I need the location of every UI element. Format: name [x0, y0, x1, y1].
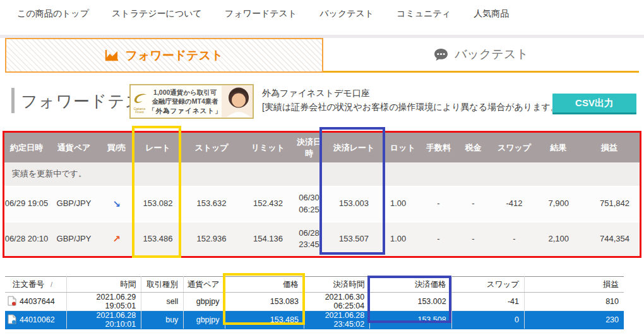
cell-swap: 0 — [451, 311, 524, 329]
cell-lot: 1.00 — [385, 222, 421, 256]
gold-swoosh-icon — [131, 91, 148, 105]
nav-item-popular[interactable]: 人気商品 — [474, 8, 509, 20]
tab-forward-test[interactable]: フォワードテスト — [5, 38, 323, 73]
col-header-time[interactable]: 時間 — [66, 277, 141, 293]
cell-open-datetime: 06/29 19:05 — [4, 186, 49, 222]
updating-notice: 実績を更新中です。 — [4, 162, 640, 186]
col-header-price[interactable]: 価格 — [225, 277, 304, 293]
col-header-pair: 通貨ペア — [49, 133, 99, 162]
cell-order-no: 44037644 — [20, 297, 55, 306]
col-header-close-price[interactable]: 決済価格 — [370, 277, 451, 293]
broker-ad-banner[interactable]: Gaitame Finest 1,000通貨から取引可 金融庁登録のMT4業者 … — [129, 84, 254, 119]
banner-model-photo — [222, 85, 254, 118]
cell-close-time: 2021.06.28 23:45:02 — [304, 311, 369, 329]
cell-time: 2021.06.28 20:10:01 — [66, 311, 141, 329]
cell-fee: - — [421, 222, 456, 256]
csv-export-button[interactable]: CSV出力 — [552, 94, 636, 114]
col-header-close-datetime: 決済日時 — [295, 133, 323, 162]
order-row-selected[interactable]: 44010062 2021.06.28 20:10:01 buy gbpjpy … — [5, 311, 624, 329]
col-header-open-datetime: 約定日時 — [4, 133, 49, 162]
account-description: 外為ファイネストデモ口座 [実績は証券会社の状況やお客様の操作環境により異なる場… — [262, 87, 562, 114]
nav-item-forward-test[interactable]: フォワードテスト — [225, 8, 297, 20]
cell-stop: 152.936 — [182, 222, 241, 256]
cell-close-price: 153.508 — [370, 311, 451, 329]
cell-trade-type: sell — [141, 293, 184, 311]
arrow-down-right-icon: ↘ — [112, 198, 121, 209]
col-header-close-rate: 決済レート — [323, 133, 385, 162]
banner-line-1: 1,000通貨から取引可 — [153, 88, 217, 96]
cell-close-datetime: 06/30 06:25 — [295, 186, 323, 222]
cell-stop: 153.632 — [182, 186, 241, 222]
col-header-rate: レート — [134, 133, 182, 162]
main-table-header-row: 約定日時 通貨ペア 買/売 レート ストップ リミット 決済日時 決済レート ロ… — [4, 133, 640, 162]
document-red-badge-icon — [8, 296, 16, 308]
nav-item-community[interactable]: コミュニティ — [397, 8, 451, 20]
forward-test-table: 約定日時 通貨ペア 買/売 レート ストップ リミット 決済日時 決済レート ロ… — [3, 131, 641, 258]
col-header-swap: スワップ — [491, 133, 538, 162]
cell-swap: - — [491, 222, 538, 256]
arrow-up-right-icon: ↗ — [112, 233, 121, 244]
cell-trade-type: buy — [141, 311, 184, 329]
cell-limit: 154.136 — [241, 222, 295, 256]
col-header-close-time[interactable]: 決済時間 — [304, 277, 369, 293]
tab-back-test[interactable]: バックテスト — [323, 38, 639, 73]
col-header-swap[interactable]: スワップ — [451, 277, 524, 293]
cell-profit: 751,842 — [579, 186, 640, 222]
cell-close-rate: 153.507 — [323, 222, 385, 256]
tab-forward-label: フォワードテスト — [125, 47, 223, 64]
document-blue-badge-icon — [8, 314, 16, 326]
nav-item-strategy[interactable]: ストラテジーについて — [112, 8, 202, 20]
cell-lot: 1.00 — [385, 186, 421, 222]
nav-item-back-test[interactable]: バックテスト — [319, 8, 374, 20]
table-row: 06/28 20:10 GBP/JPY ↗ 153.486 152.936 15… — [4, 222, 640, 256]
updating-notice-row: 実績を更新中です。 — [4, 162, 640, 186]
cell-tax: - — [456, 222, 491, 256]
cell-profit: 230 — [524, 311, 624, 329]
banner-text: 1,000通貨から取引可 金融庁登録のMT4業者 「外為ファイネスト」 — [148, 88, 222, 115]
col-header-tax: 税金 — [456, 133, 491, 162]
table-row: 06/29 19:05 GBP/JPY ↘ 153.082 153.632 15… — [4, 186, 640, 222]
col-header-profit[interactable]: 損益 — [524, 277, 624, 293]
cell-swap: -412 — [491, 186, 538, 222]
cell-tax: - — [456, 186, 491, 222]
cell-pair: gbpjpy — [184, 311, 225, 329]
col-header-pair[interactable]: 通貨ペア — [184, 277, 225, 293]
cell-fee: - — [421, 186, 456, 222]
col-header-limit: リミット — [241, 133, 295, 162]
cell-swap: -41 — [451, 293, 524, 311]
col-header-trade-type[interactable]: 取引種別 — [141, 277, 184, 293]
cell-close-price: 153.002 — [370, 293, 451, 311]
nav-item-product-top[interactable]: この商品のトップ — [17, 8, 89, 20]
cell-rate: 153.486 — [134, 222, 182, 256]
cell-close-datetime: 06/28 23:45 — [295, 222, 323, 256]
col-header-result: 結果 — [538, 133, 579, 162]
col-header-profit: 損益 — [579, 133, 640, 162]
col-header-order-no[interactable]: 注文番号/ — [5, 277, 66, 293]
order-row[interactable]: 44037644 2021.06.29 19:05:01 sell gbpjpy… — [5, 293, 624, 311]
order-history-table: 注文番号/ 時間 取引種別 通貨ペア 価格 決済時間 決済価格 スワップ 損益 — [5, 276, 624, 329]
cell-profit: 810 — [524, 293, 624, 311]
title-accent-bar — [11, 88, 15, 113]
cell-pair: GBP/JPY — [49, 186, 99, 222]
cell-limit: 152.432 — [241, 186, 295, 222]
sort-indicator-icon: / — [51, 281, 52, 288]
cell-result: 2,100 — [538, 222, 579, 256]
col-header-fee: 手数料 — [421, 133, 456, 162]
broker-logo-text: Gaitame Finest — [131, 107, 148, 114]
cell-pair: GBP/JPY — [49, 222, 99, 256]
col-header-stop: ストップ — [182, 133, 241, 162]
account-disclaimer: [実績は証券会社の状況やお客様の操作環境により異なる場合があります。] — [262, 100, 562, 114]
cell-rate: 153.082 — [134, 186, 182, 222]
cell-open-datetime: 06/28 20:10 — [4, 222, 49, 256]
cell-time: 2021.06.29 19:05:01 — [66, 293, 141, 311]
cell-price: 153.485 — [225, 311, 304, 329]
banner-line-2: 金融庁登録のMT4業者 — [152, 97, 218, 105]
cell-price: 153.083 — [225, 293, 304, 311]
top-navigation: この商品のトップ ストラテジーについて フォワードテスト バックテスト コミュニ… — [17, 8, 509, 20]
col-header-buy-sell: 買/売 — [99, 133, 134, 162]
banner-line-3: 「外為ファイネスト」 — [148, 107, 222, 114]
tab-bar: フォワードテスト バックテスト — [5, 38, 639, 73]
tab-back-label: バックテスト — [455, 46, 528, 63]
area-chart-icon — [105, 49, 119, 61]
cell-close-time: 2021.06.30 06:25:04 — [304, 293, 369, 311]
